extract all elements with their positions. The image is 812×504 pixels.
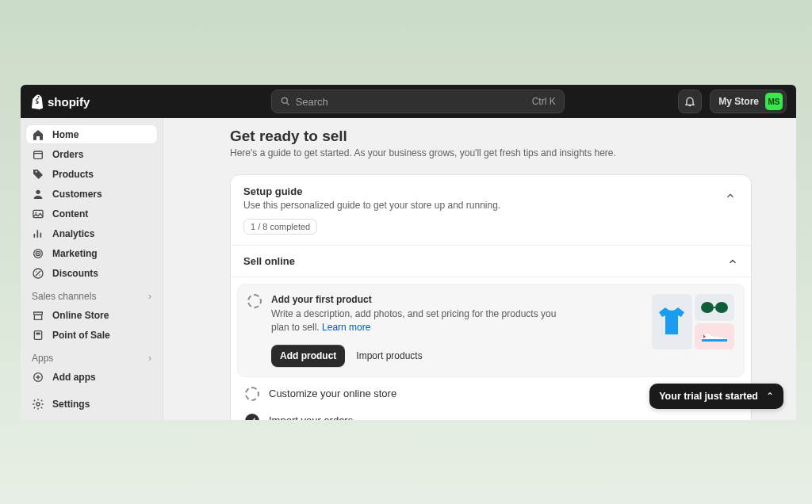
store-menu-button[interactable]: My Store MS xyxy=(710,90,787,113)
sidebar-item-customers[interactable]: Customers xyxy=(25,184,158,204)
page-subtitle: Here's a guide to get started. As your b… xyxy=(230,147,752,158)
svg-point-0 xyxy=(282,97,287,103)
customers-icon xyxy=(32,188,44,200)
main: Get ready to sell Here's a guide to get … xyxy=(163,118,796,420)
marketing-icon xyxy=(32,247,44,260)
sales-channels-label: Sales channels xyxy=(32,291,96,302)
card-header: Setup guide Use this personalized guide … xyxy=(231,175,751,246)
home-icon xyxy=(32,128,44,141)
gear-icon xyxy=(32,398,44,410)
sidebar-item-label: Add apps xyxy=(52,372,96,383)
card-desc: Use this personalized guide to get your … xyxy=(243,200,738,211)
chevron-up-icon xyxy=(725,190,736,201)
sidebar-item-settings[interactable]: Settings xyxy=(25,394,158,414)
task-desc: Write a description, add photos, and set… xyxy=(271,307,573,335)
search-wrap: Search Ctrl K xyxy=(167,90,668,113)
svg-point-3 xyxy=(36,189,40,193)
section-title: Sell online xyxy=(243,255,295,267)
sidebar-item-label: Customers xyxy=(52,189,102,200)
pos-icon xyxy=(32,329,44,342)
svg-point-15 xyxy=(715,302,728,313)
sidebar-item-content[interactable]: Content xyxy=(25,204,158,223)
brand-name: shopify xyxy=(48,95,90,109)
onlinestore-icon xyxy=(32,309,44,322)
apps-header[interactable]: Apps › xyxy=(25,345,158,367)
sidebar-item-products[interactable]: Products xyxy=(25,164,158,184)
topbar-right: My Store MS xyxy=(678,90,787,113)
analytics-icon xyxy=(32,227,44,240)
sidebar-item-label: Online Store xyxy=(52,310,109,321)
task-illustration xyxy=(652,294,734,349)
task-label: Customize your online store xyxy=(269,388,396,399)
search-icon xyxy=(280,96,291,107)
content-icon xyxy=(32,208,44,220)
sidebar-item-label: Point of Sale xyxy=(52,330,110,341)
task-actions: Add product Import products xyxy=(271,345,642,367)
search-input[interactable]: Search Ctrl K xyxy=(271,90,565,113)
card-title: Setup guide xyxy=(243,185,738,197)
sidebar: Home Orders Products Customers Content A… xyxy=(21,118,163,420)
illus-sunglasses xyxy=(695,294,735,321)
trial-status-pill[interactable]: Your trial just started ⌃ xyxy=(649,384,783,409)
chevron-up-icon xyxy=(727,256,738,267)
bell-icon xyxy=(684,95,696,108)
svg-rect-2 xyxy=(34,151,43,158)
sales-channels-header[interactable]: Sales channels › xyxy=(25,283,158,305)
sidebar-item-label: Content xyxy=(52,208,88,220)
search-placeholder: Search xyxy=(296,96,328,108)
brand-logo[interactable]: shopify xyxy=(30,94,157,109)
section-sell-online[interactable]: Sell online xyxy=(231,246,751,277)
sidebar-item-pos[interactable]: Point of Sale xyxy=(25,325,158,345)
shopify-bag-icon xyxy=(30,94,44,109)
task-import-orders[interactable]: Import your orders xyxy=(237,407,745,420)
sidebar-item-home[interactable]: Home xyxy=(25,124,158,144)
sidebar-item-label: Analytics xyxy=(52,228,94,239)
step-marker-incomplete xyxy=(247,294,262,308)
sidebar-item-label: Settings xyxy=(52,399,90,410)
svg-point-8 xyxy=(37,253,39,254)
avatar: MS xyxy=(765,93,783,110)
task-title: Add your first product xyxy=(271,294,642,305)
sidebar-item-label: Discounts xyxy=(52,268,98,279)
sidebar-item-online-store[interactable]: Online Store xyxy=(25,305,158,325)
svg-rect-11 xyxy=(36,332,40,334)
orders-icon xyxy=(32,148,44,161)
illus-tshirt xyxy=(652,294,692,349)
chevron-right-icon: › xyxy=(148,291,151,302)
svg-point-5 xyxy=(35,212,36,213)
sidebar-item-analytics[interactable]: Analytics xyxy=(25,223,158,243)
svg-point-14 xyxy=(701,302,714,313)
task-add-first-product[interactable]: Add your first product Write a descripti… xyxy=(237,284,745,377)
progress-pill: 1 / 8 completed xyxy=(243,219,317,235)
sidebar-item-marketing[interactable]: Marketing xyxy=(25,243,158,263)
learn-more-link[interactable]: Learn more xyxy=(322,322,370,333)
add-product-button[interactable]: Add product xyxy=(271,345,345,367)
illus-shoe xyxy=(695,323,735,350)
svg-point-13 xyxy=(36,403,40,406)
discounts-icon xyxy=(32,267,44,280)
page-title: Get ready to sell xyxy=(230,128,752,145)
chevron-up-icon: ⌃ xyxy=(766,391,774,402)
sidebar-item-add-apps[interactable]: Add apps xyxy=(25,367,158,387)
trial-label: Your trial just started xyxy=(659,391,758,402)
task-label: Import your orders xyxy=(269,414,353,420)
body: Home Orders Products Customers Content A… xyxy=(21,118,796,420)
step-marker-incomplete xyxy=(245,387,259,401)
products-icon xyxy=(32,168,44,181)
sidebar-item-discounts[interactable]: Discounts xyxy=(25,263,158,283)
add-icon xyxy=(32,371,44,384)
task-desc-text: Write a description, add photos, and set… xyxy=(271,308,556,333)
step-marker-done xyxy=(245,414,259,420)
sidebar-item-label: Orders xyxy=(52,149,83,160)
apps-label: Apps xyxy=(32,353,53,364)
sidebar-item-orders[interactable]: Orders xyxy=(25,144,158,164)
topbar: shopify Search Ctrl K My Store MS xyxy=(21,85,796,118)
task-body: Add your first product Write a descripti… xyxy=(271,294,642,367)
import-products-link[interactable]: Import products xyxy=(356,350,422,361)
sidebar-item-label: Marketing xyxy=(52,248,98,259)
notifications-button[interactable] xyxy=(678,90,702,113)
search-shortcut: Ctrl K xyxy=(532,96,556,107)
sidebar-item-label: Products xyxy=(52,169,94,180)
sidebar-item-label: Home xyxy=(52,129,79,140)
collapse-card-button[interactable] xyxy=(721,186,740,205)
